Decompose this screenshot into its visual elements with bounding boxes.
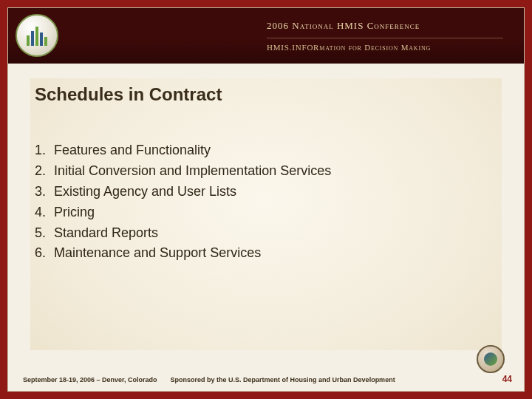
header-text: 2006 National HMIS Conference HMIS.INFOR… (267, 8, 524, 64)
slide-title: Schedules in Contract (35, 84, 502, 105)
list-item: 5.Standard Reports (35, 223, 502, 244)
slide-footer: September 18-19, 2006 – Denver, Colorado… (8, 361, 524, 391)
list-item-text: Existing Agency and User Lists (54, 182, 236, 202)
hud-seal-icon (16, 14, 58, 57)
header-divider (267, 38, 503, 38)
slide-inner: 2006 National HMIS Conference HMIS.INFOR… (7, 7, 525, 392)
footer-date-location: September 18-19, 2006 – Denver, Colorado (23, 376, 157, 383)
list-item: 6.Maintenance and Support Services (35, 243, 502, 264)
numbered-list: 1.Features and Functionality 2.Initial C… (35, 140, 502, 264)
conference-subtitle: HMIS.INFORmation for Decision Making (267, 43, 524, 52)
slide-frame: 2006 National HMIS Conference HMIS.INFOR… (0, 0, 532, 399)
page-number: 44 (502, 374, 512, 384)
seal-bars-icon (27, 25, 47, 46)
conference-title: 2006 National HMIS Conference (267, 20, 524, 36)
list-item-text: Maintenance and Support Services (54, 243, 261, 264)
list-item-text: Standard Reports (54, 223, 158, 244)
list-item: 3.Existing Agency and User Lists (35, 182, 502, 202)
footer-sponsor: Sponsored by the U.S. Department of Hous… (171, 376, 495, 383)
list-item-text: Pricing (54, 202, 95, 223)
list-item: 2.Initial Conversion and Implementation … (35, 161, 502, 182)
list-item-text: Initial Conversion and Implementation Se… (54, 161, 331, 182)
list-item: 4.Pricing (35, 202, 502, 223)
list-item: 1.Features and Functionality (35, 140, 502, 161)
slide-body: Schedules in Contract 1.Features and Fun… (30, 78, 502, 350)
slide-header: 2006 National HMIS Conference HMIS.INFOR… (8, 8, 524, 64)
list-item-text: Features and Functionality (54, 140, 211, 161)
